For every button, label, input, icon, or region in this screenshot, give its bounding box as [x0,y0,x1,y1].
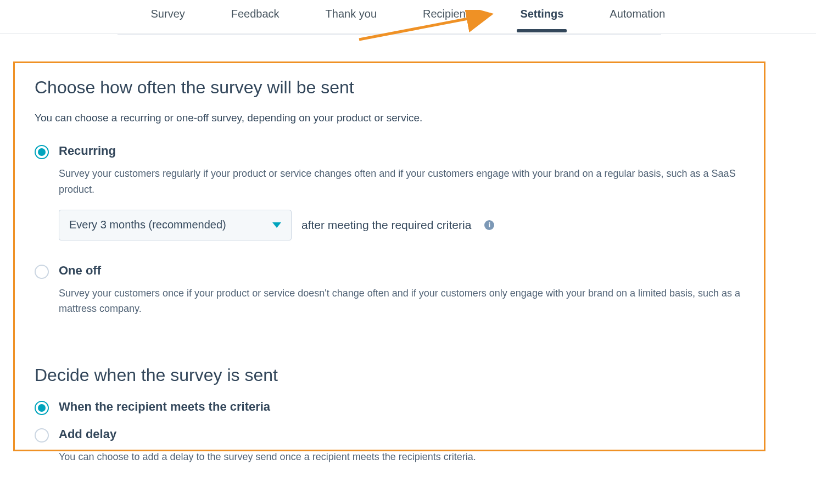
settings-panel: Choose how often the survey will be sent… [13,61,765,451]
when-section-title: Decide when the survey is sent [35,365,744,385]
radio-recurring[interactable] [35,145,49,159]
tab-settings[interactable]: Settings [497,8,586,32]
option-recurring-description: Survey your customers regularly if your … [59,166,744,198]
option-meets-criteria-title: When the recipient meets the criteria [59,400,744,414]
tab-automation[interactable]: Automation [586,8,688,32]
option-recurring-body: Recurring Survey your customers regularl… [59,144,744,259]
option-add-delay-body: Add delay You can choose to add a delay … [59,427,744,465]
option-recurring-title: Recurring [59,144,744,158]
frequency-suffix-text: after meeting the required criteria [301,219,471,232]
option-meets-criteria: When the recipient meets the criteria [35,400,744,415]
info-icon[interactable]: i [484,220,494,230]
frequency-select[interactable]: Every 3 months (recommended) [59,210,292,240]
option-one-off: One off Survey your customers once if yo… [35,264,744,329]
option-recurring: Recurring Survey your customers regularl… [35,144,744,259]
section-spacer [35,333,744,365]
option-one-off-description: Survey your customers once if your produ… [59,285,744,317]
option-one-off-title: One off [59,264,744,278]
option-one-off-body: One off Survey your customers once if yo… [59,264,744,329]
tab-bar-inner: Survey Feedback Thank you Recipients Set… [128,0,689,32]
radio-meets-criteria[interactable] [35,401,49,415]
tab-thank-you[interactable]: Thank you [303,8,400,32]
frequency-select-value: Every 3 months (recommended) [69,219,226,231]
tab-recipients[interactable]: Recipients [400,8,497,32]
chevron-down-icon [272,222,281,228]
frequency-section-description: You can choose a recurring or one-off su… [35,112,744,124]
tab-underline-track [118,34,661,35]
tab-feedback[interactable]: Feedback [208,8,303,32]
frequency-row: Every 3 months (recommended) after meeti… [59,210,744,240]
option-add-delay: Add delay You can choose to add a delay … [35,427,744,465]
tab-survey[interactable]: Survey [128,8,208,32]
tab-bar: Survey Feedback Thank you Recipients Set… [0,0,816,34]
option-add-delay-title: Add delay [59,427,744,441]
frequency-section-title: Choose how often the survey will be sent [35,77,744,98]
option-add-delay-description: You can choose to add a delay to the sur… [59,449,744,465]
radio-one-off[interactable] [35,265,49,279]
option-meets-criteria-body: When the recipient meets the criteria [59,400,744,414]
radio-add-delay[interactable] [35,428,49,443]
